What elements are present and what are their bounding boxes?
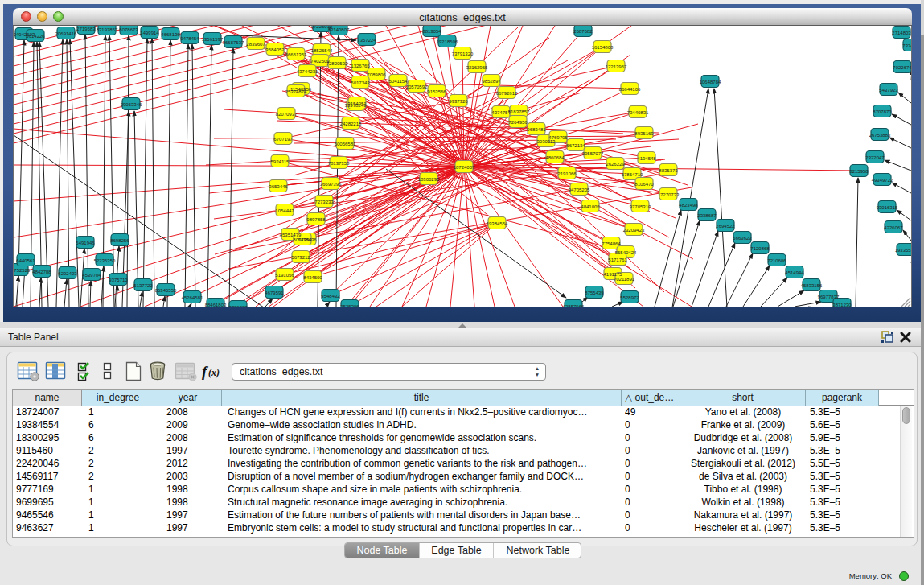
svg-text:52235350: 52235350 [94,258,116,263]
svg-text:7022674: 7022674 [893,65,911,70]
svg-text:2719583: 2719583 [76,27,96,31]
svg-text:20570592: 20570592 [406,84,428,89]
svg-text:5673212: 5673212 [291,255,310,260]
svg-text:18724007: 18724007 [454,165,475,170]
svg-text:4769795: 4769795 [548,135,568,140]
svg-text:96977837: 96977837 [818,295,840,299]
svg-text:7089806: 7089806 [367,72,386,77]
svg-text:5171761: 5171761 [608,257,627,262]
svg-text:13561597: 13561597 [202,37,224,42]
svg-text:5437923: 5437923 [879,88,898,93]
svg-text:5191056: 5191056 [275,273,294,278]
svg-text:f: f [202,363,208,380]
svg-text:9478454: 9478454 [180,36,199,41]
svg-text:8434500: 8434500 [303,275,322,280]
svg-text:4860684: 4860684 [545,155,565,160]
svg-text:32162965: 32162965 [466,65,488,70]
svg-text:19384554: 19384554 [487,221,508,226]
svg-text:4539704: 4539704 [82,273,101,278]
svg-text:8106470: 8106470 [634,182,654,187]
svg-text:5491946: 5491946 [76,241,95,245]
svg-text:5528972: 5528972 [620,295,639,300]
svg-text:4842788: 4842788 [32,270,51,274]
svg-text:7700828: 7700828 [228,305,248,308]
svg-text:2839607: 2839607 [246,42,265,47]
svg-text:2191066: 2191066 [557,171,577,176]
svg-text:3653446: 3653446 [269,184,288,189]
svg-text:97705310: 97705310 [630,204,651,209]
svg-text:1499914: 1499914 [140,31,159,35]
svg-text:19335534: 19335534 [895,248,911,253]
svg-text:9897858: 9897858 [306,217,326,222]
svg-text:7120868: 7120868 [750,246,770,251]
svg-text:73440831: 73440831 [627,110,649,115]
svg-text:8077999: 8077999 [293,237,312,242]
svg-text:51837852: 51837852 [508,109,530,114]
svg-text:3684052: 3684052 [265,47,285,52]
svg-text:2322047: 2322047 [865,155,885,160]
svg-text:5663623: 5663623 [733,236,752,241]
svg-text:4514944: 4514944 [785,270,804,275]
svg-text:6707197: 6707197 [273,137,293,142]
svg-text:8707870: 8707870 [873,109,892,114]
svg-text:86644106: 86644106 [619,87,641,92]
svg-text:93016315: 93016315 [877,205,898,210]
svg-text:7754864: 7754864 [602,241,621,246]
svg-text:9375710: 9375710 [109,278,128,282]
svg-text:2687682: 2687682 [573,29,593,34]
svg-text:39557077: 39557077 [582,151,604,156]
svg-text:19218506: 19218506 [437,39,458,44]
svg-text:83140807: 83140807 [328,27,350,32]
svg-text:36687537: 36687537 [223,40,244,45]
svg-text:36697396: 36697396 [320,182,342,187]
svg-text:5614226: 5614226 [26,34,45,39]
svg-text:70211891: 70211891 [614,277,635,282]
svg-text:1054447: 1054447 [275,208,294,213]
svg-text:2626229: 2626229 [606,162,625,167]
svg-text:4841005: 4841005 [581,204,600,209]
svg-text:88461803: 88461803 [205,303,227,307]
svg-text:66792612: 66792612 [496,91,518,96]
svg-text:10648784: 10648784 [700,80,721,84]
svg-text:9683481: 9683481 [527,127,546,132]
svg-text:7264956: 7264956 [508,120,528,125]
svg-text:2525206: 2525206 [340,304,359,308]
svg-text:7357224: 7357224 [357,38,376,43]
svg-text:42857966: 42857966 [563,304,585,308]
svg-text:8935169: 8935169 [634,131,654,136]
svg-text:49349722: 49349722 [872,178,893,183]
svg-text:1326765: 1326765 [351,64,370,68]
svg-text:7273233: 7273233 [314,200,334,204]
svg-text:4823498: 4823498 [679,203,698,208]
svg-text:5017343: 5017343 [351,80,370,85]
svg-text:9937326: 9937326 [449,99,468,104]
svg-text:83197857: 83197857 [97,27,118,32]
svg-text:24282218: 24282218 [340,122,362,126]
svg-text:3154051: 3154051 [347,101,367,106]
svg-text:82070937: 82070937 [276,112,298,117]
svg-text:8078673: 8078673 [119,27,138,32]
svg-text:45264581: 45264581 [182,295,203,300]
svg-text:29053346: 29053346 [121,102,142,107]
svg-text:18300295: 18300295 [418,177,440,182]
svg-text:6292423: 6292423 [58,271,77,276]
svg-text:67854710: 67854710 [622,172,643,177]
svg-text:84752529: 84752529 [14,268,31,273]
svg-text:66661351: 66661351 [285,52,307,57]
svg-text:94705205: 94705205 [569,187,590,192]
svg-text:8835373: 8835373 [659,168,678,173]
svg-text:(x): (x) [208,367,220,378]
svg-text:26753883: 26753883 [869,133,891,138]
svg-text:8698256: 8698256 [110,238,129,243]
svg-text:73791320: 73791320 [452,51,474,56]
svg-text:85345555: 85345555 [155,288,177,293]
svg-text:23209423: 23209423 [623,228,645,233]
svg-text:7210606: 7210606 [767,258,786,263]
svg-text:50056581: 50056581 [335,142,356,146]
svg-text:18526544: 18526544 [311,48,333,53]
svg-text:5137722: 5137722 [133,283,153,288]
svg-text:5924115: 5924115 [271,159,290,164]
svg-text:2694522: 2694522 [716,224,735,229]
svg-text:4194548: 4194548 [637,156,656,161]
svg-text:6440561: 6440561 [16,258,35,263]
